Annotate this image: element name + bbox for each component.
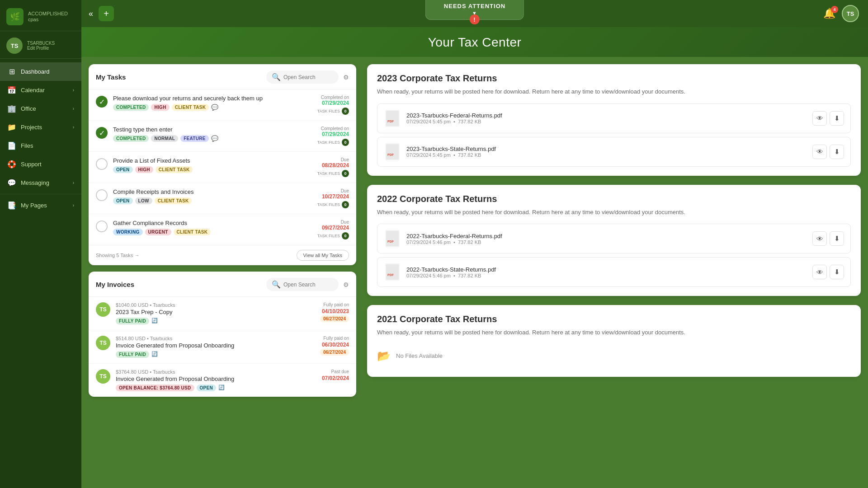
task-files-label: TASK FILES (317, 234, 340, 238)
notifications-button[interactable]: 🔔 4 (823, 8, 835, 19)
calendar-icon: 📅 (7, 86, 16, 94)
pdf-icon: PDF (384, 262, 401, 282)
chevron-right-icon: › (73, 180, 74, 185)
task-check-working[interactable] (96, 221, 108, 232)
user-avatar[interactable]: TS (842, 5, 859, 22)
notification-badge: 4 (831, 6, 838, 13)
svg-rect-7 (386, 231, 399, 246)
list-item: TS $514.80 USD • Tsarbucks Invoice Gener… (89, 330, 356, 364)
tasks-search-input[interactable] (283, 74, 333, 80)
task-title: Compile Receipts and Invoices (113, 188, 312, 195)
table-row: Compile Receipts and Invoices OPEN LOW C… (89, 183, 356, 214)
comment-icon: 💬 (211, 135, 218, 142)
task-title: Gather Compliance Records (113, 220, 312, 226)
tasks-filter-button[interactable]: ⚙ (343, 74, 349, 81)
my-pages-icon: 📑 (7, 201, 16, 210)
sidebar-item-dashboard[interactable]: ⊞ Dashboard (0, 62, 81, 81)
chevron-right-icon: › (73, 88, 74, 93)
view-file-button[interactable]: 👁 (812, 145, 827, 159)
logo-area: 🌿 ACCOMPLISHED cpas (0, 0, 81, 31)
folder-icon: 📂 (377, 350, 391, 362)
pdf-icon: PDF (384, 229, 401, 249)
invoices-search-input[interactable] (283, 282, 333, 288)
tag-high: HIGH (151, 104, 169, 111)
view-file-button[interactable]: 👁 (812, 265, 827, 279)
main-area: Your Tax Center My Tasks 🔍 ⚙ ✓ (81, 27, 868, 488)
tag-urgent: URGENT (145, 229, 171, 235)
task-date: 07/29/2024 (317, 100, 349, 106)
invoices-search-box[interactable]: 🔍 (266, 278, 339, 291)
sidebar-item-support[interactable]: 🛟 Support (0, 155, 81, 174)
dashboard-icon: ⊞ (7, 67, 16, 76)
tag-fully-paid: FULLY PAID (116, 351, 149, 358)
invoices-card: My Invoices 🔍 ⚙ TS $1040.00 USD • Tsarbu… (89, 272, 356, 397)
files-icon: 📄 (7, 141, 16, 150)
task-files-label: TASK FILES (317, 171, 340, 176)
topbar: « + NEEDS ATTENTION ▼ ! 🔔 4 TS (81, 0, 868, 27)
task-date: 09/27/2024 (317, 225, 349, 231)
download-file-button[interactable]: ⬇ (830, 145, 844, 159)
recurring-icon: 🔄 (151, 351, 158, 358)
download-file-button[interactable]: ⬇ (830, 111, 844, 126)
file-name: 2022-Tsarbucks-Federal-Returns.pdf (406, 233, 807, 239)
invoice-date: 04/10/2023 (322, 308, 349, 314)
collapse-sidebar-button[interactable]: « (89, 9, 93, 19)
search-icon: 🔍 (272, 73, 281, 81)
list-item: TS $1040.00 USD • Tsarbucks 2023 Tax Pre… (89, 297, 356, 330)
needs-attention-bar[interactable]: NEEDS ATTENTION ▼ ! (425, 0, 524, 20)
sidebar-item-my-pages[interactable]: 📑 My Pages › (0, 196, 81, 215)
file-row: PDF 2022-Tsarbucks-State-Returns.pdf 07/… (377, 257, 851, 287)
avatar: TS (96, 302, 110, 317)
no-files-row: 📂 No Files Available (377, 344, 851, 368)
sidebar-item-label: Dashboard (21, 68, 50, 75)
sidebar-item-label: Office (21, 105, 36, 112)
invoices-filter-button[interactable]: ⚙ (343, 281, 349, 288)
tag-client-task: CLIENT TASK (156, 166, 193, 173)
add-button[interactable]: + (99, 6, 114, 21)
view-file-button[interactable]: 👁 (812, 111, 827, 126)
tag-open: OPEN (113, 166, 133, 173)
view-file-button[interactable]: 👁 (812, 231, 827, 246)
svg-rect-1 (386, 111, 399, 126)
tasks-search-box[interactable]: 🔍 (266, 70, 339, 84)
sidebar-item-messaging[interactable]: 💬 Messaging › (0, 174, 81, 192)
recurring-icon: 🔄 (218, 385, 225, 391)
svg-text:PDF: PDF (387, 273, 394, 277)
svg-text:PDF: PDF (387, 240, 394, 243)
avatar: TS (96, 336, 110, 350)
task-check-open[interactable] (96, 158, 108, 170)
office-icon: 🏢 (7, 104, 16, 113)
nav-divider (0, 194, 81, 194)
profile-area[interactable]: TS TSARBUCKS Edit Profile (0, 31, 81, 59)
tag-open: OPEN (113, 197, 133, 204)
task-check-completed[interactable]: ✓ (96, 127, 108, 139)
sidebar-item-office[interactable]: 🏢 Office › (0, 99, 81, 118)
task-title: Please download your returns and securel… (113, 95, 312, 102)
task-check-open[interactable] (96, 189, 108, 201)
tag-open-balance: OPEN BALANCE: $3764.80 USD (116, 385, 194, 391)
file-name: 2023-Tsarbucks-State-Returns.pdf (406, 145, 807, 152)
page-title: Your Tax Center (81, 27, 868, 57)
edit-profile-link[interactable]: Edit Profile (27, 46, 55, 51)
task-files-label: TASK FILES (317, 202, 340, 207)
tax-card-title: 2023 Corporate Tax Returns (377, 73, 851, 84)
tax-card-2023: 2023 Corporate Tax Returns When ready, y… (367, 64, 861, 176)
task-files-count: 0 (342, 201, 349, 208)
tag-feature: FEATURE (180, 135, 209, 142)
download-file-button[interactable]: ⬇ (830, 231, 844, 246)
download-file-button[interactable]: ⬇ (830, 265, 844, 279)
task-check-completed[interactable]: ✓ (96, 96, 108, 108)
chevron-right-icon: › (73, 106, 74, 111)
sidebar: 🌿 ACCOMPLISHED cpas TS TSARBUCKS Edit Pr… (0, 0, 81, 488)
tax-card-desc: When ready, your returns will be posted … (377, 208, 851, 217)
left-panel: My Tasks 🔍 ⚙ ✓ Please download your retu… (81, 57, 362, 488)
sidebar-item-projects[interactable]: 📁 Projects › (0, 118, 81, 136)
sidebar-item-calendar[interactable]: 📅 Calendar › (0, 81, 81, 99)
logo-icon: 🌿 (6, 8, 24, 25)
svg-rect-4 (386, 144, 399, 160)
tax-card-desc: When ready, your returns will be posted … (377, 87, 851, 96)
view-all-tasks-button[interactable]: View all My Tasks (297, 250, 349, 261)
task-files-count: 0 (342, 232, 349, 239)
sidebar-item-files[interactable]: 📄 Files (0, 136, 81, 155)
invoice-amount: $3764.80 USD • Tsarbucks (116, 369, 316, 375)
